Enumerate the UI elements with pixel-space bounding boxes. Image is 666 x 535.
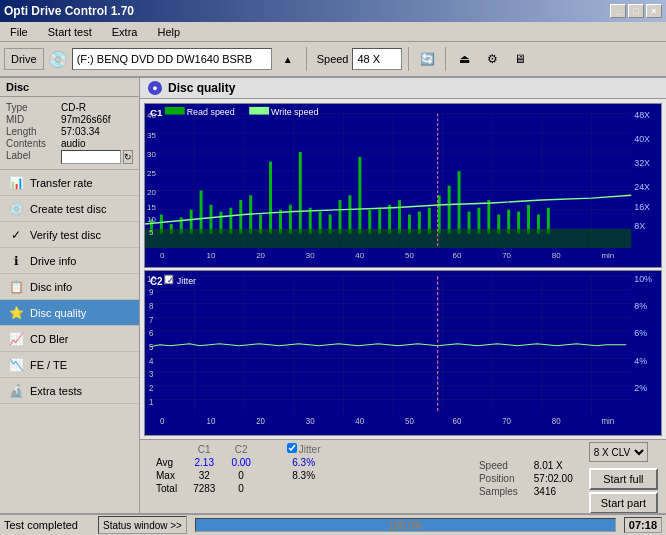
svg-text:30: 30 (306, 417, 315, 426)
chart2-wrapper: 10% 8% 6% 4% 2% 10 9 8 7 6 5 4 3 2 1 (144, 270, 662, 435)
disc-label-label: Label (6, 150, 61, 164)
svg-text:25: 25 (147, 169, 156, 178)
max-c2: 0 (223, 469, 258, 482)
menu-file[interactable]: File (4, 24, 34, 40)
svg-text:5: 5 (149, 343, 154, 352)
svg-rect-32 (299, 152, 302, 234)
svg-text:80: 80 (552, 417, 561, 426)
svg-text:40X: 40X (634, 135, 650, 145)
position-label-cell: Position (471, 472, 526, 485)
svg-text:6: 6 (149, 329, 154, 338)
col-c2: C2 (223, 442, 258, 456)
sidebar-label-create-test-disc: Create test disc (30, 203, 106, 215)
sidebar-item-verify-test-disc[interactable]: ✓ Verify test disc (0, 222, 139, 248)
svg-rect-87 (249, 107, 269, 115)
refresh-btn[interactable]: 🔄 (415, 47, 439, 71)
sidebar-item-cd-bler[interactable]: 📈 CD Bler (0, 326, 139, 352)
minimize-btn[interactable]: _ (610, 4, 626, 18)
disc-length-value: 57:03.34 (61, 126, 100, 137)
svg-rect-47 (448, 186, 451, 234)
svg-text:20: 20 (256, 417, 265, 426)
sidebar-item-transfer-rate[interactable]: 📊 Transfer rate (0, 170, 139, 196)
label-refresh-btn[interactable]: ↻ (123, 150, 133, 164)
disc-length-row: Length 57:03.34 (6, 126, 133, 137)
speed-clv-select[interactable]: 8 X CLV (589, 442, 648, 462)
close-btn[interactable]: × (646, 4, 662, 18)
speed-select[interactable]: 48 X (352, 48, 402, 70)
svg-rect-26 (239, 200, 242, 234)
status-window-btn[interactable]: Status window >> (98, 516, 187, 534)
disc-type-label: Type (6, 102, 61, 113)
svg-text:Write speed: Write speed (271, 107, 318, 117)
svg-text:Read speed: Read speed (187, 107, 235, 117)
window-controls: _ □ × (610, 4, 662, 18)
avg-c1: 2.13 (185, 456, 223, 469)
disc-info-panel: Type CD-R MID 97m26s66f Length 57:03.34 … (0, 97, 139, 170)
jitter-checkbox[interactable] (287, 443, 297, 453)
create-test-disc-icon: 💿 (8, 201, 24, 217)
disc-contents-label: Contents (6, 138, 61, 149)
stats-bar: C1 C2 Jitter Avg 2.13 0.00 6.3% Max 32 (140, 439, 666, 513)
sidebar-item-disc-quality[interactable]: ⭐ Disc quality (0, 300, 139, 326)
svg-text:4%: 4% (634, 356, 647, 366)
fe-te-icon: 📉 (8, 357, 24, 373)
menu-extra[interactable]: Extra (106, 24, 144, 40)
toolbar-sep-2 (408, 47, 409, 71)
sidebar-item-drive-info[interactable]: ℹ Drive info (0, 248, 139, 274)
drive-icon: 💿 (48, 50, 68, 69)
svg-text:70: 70 (502, 417, 511, 426)
svg-text:30: 30 (147, 150, 156, 159)
svg-rect-38 (358, 157, 361, 234)
sidebar-item-disc-info[interactable]: 📋 Disc info (0, 274, 139, 300)
settings-btn[interactable]: ⚙ (480, 47, 504, 71)
progress-pct: 100.0% (196, 519, 615, 533)
menu-help[interactable]: Help (151, 24, 186, 40)
maximize-btn[interactable]: □ (628, 4, 644, 18)
speed-value-cell: 8.01 X (526, 459, 581, 472)
avg-label: Avg (148, 456, 185, 469)
svg-text:0: 0 (160, 251, 165, 260)
disc-label-input[interactable] (61, 150, 121, 164)
stats-table: C1 C2 Jitter Avg 2.13 0.00 6.3% Max 32 (148, 442, 329, 495)
verify-test-disc-icon: ✓ (8, 227, 24, 243)
disc-info-icon: 📋 (8, 279, 24, 295)
max-c1: 32 (185, 469, 223, 482)
sidebar-item-fe-te[interactable]: 📉 FE / TE (0, 352, 139, 378)
svg-text:1: 1 (149, 398, 154, 407)
svg-text:80: 80 (552, 251, 561, 260)
svg-rect-58 (145, 229, 631, 248)
sidebar: Disc Type CD-R MID 97m26s66f Length 57:0… (0, 78, 140, 513)
menu-start-test[interactable]: Start test (42, 24, 98, 40)
svg-text:8: 8 (149, 302, 154, 311)
svg-text:min: min (601, 417, 614, 426)
start-full-btn[interactable]: Start full (589, 468, 658, 490)
svg-text:Jitter: Jitter (177, 276, 196, 286)
sidebar-item-extra-tests[interactable]: 🔬 Extra tests (0, 378, 139, 404)
sidebar-label-verify-test-disc: Verify test disc (30, 229, 101, 241)
svg-text:60: 60 (453, 417, 462, 426)
eject-btn[interactable]: ⏏ (452, 47, 476, 71)
disc-quality-icon: ⭐ (8, 305, 24, 321)
status-text: Test completed (4, 519, 94, 531)
svg-text:15: 15 (147, 203, 156, 212)
monitor-btn[interactable]: 🖥 (508, 47, 532, 71)
samples-value-cell: 3416 (526, 485, 581, 498)
content-title: Disc quality (168, 81, 235, 95)
disc-mid-label: MID (6, 114, 61, 125)
disc-label-row: Label ↻ (6, 150, 133, 164)
svg-text:3: 3 (149, 370, 154, 379)
svg-rect-29 (269, 162, 272, 234)
sidebar-label-cd-bler: CD Bler (30, 333, 69, 345)
svg-text:8X: 8X (634, 221, 645, 231)
app-title: Opti Drive Control 1.70 (4, 4, 134, 18)
transfer-rate-icon: 📊 (8, 175, 24, 191)
svg-rect-36 (339, 200, 342, 234)
start-part-btn[interactable]: Start part (589, 492, 658, 513)
arrow-btn[interactable]: ▲ (276, 47, 300, 71)
content-header: ● Disc quality (140, 78, 666, 99)
sidebar-label-disc-quality: Disc quality (30, 307, 86, 319)
svg-text:C1: C1 (150, 107, 163, 118)
charts-container: 48X 40X 32X 24X 16X 8X 40 35 30 25 20 15… (140, 99, 666, 439)
drive-select[interactable]: (F:) BENQ DVD DD DW1640 BSRB (72, 48, 272, 70)
sidebar-item-create-test-disc[interactable]: 💿 Create test disc (0, 196, 139, 222)
